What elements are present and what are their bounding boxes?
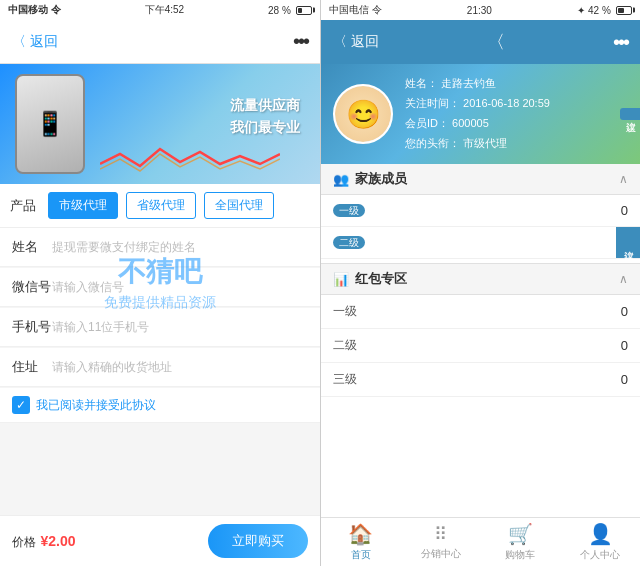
battery-fill-2 bbox=[618, 8, 624, 13]
bottom-bar: 价格 ¥2.00 立即购买 bbox=[0, 515, 320, 566]
redpacket-row-3: 三级 0 bbox=[321, 363, 640, 397]
address-label: 住址 bbox=[12, 358, 52, 376]
redpacket-chevron[interactable]: ∧ bbox=[619, 272, 628, 286]
banner-line1: 流量供应商 bbox=[230, 94, 300, 116]
form-row-address: 住址 bbox=[0, 348, 320, 387]
buy-button[interactable]: 立即购买 bbox=[208, 524, 308, 558]
wechat-label: 微信号 bbox=[12, 278, 52, 296]
family-badge-1: 一级 bbox=[333, 204, 365, 217]
price-value: ¥2.00 bbox=[40, 533, 75, 549]
form-row-wechat: 微信号 bbox=[0, 268, 320, 307]
battery-area-2: ✦ 42% bbox=[577, 5, 632, 16]
phone-label: 手机号 bbox=[12, 318, 52, 336]
back-button-2[interactable]: 〈 返回 bbox=[333, 33, 379, 51]
tab-national[interactable]: 全国代理 bbox=[204, 192, 274, 219]
level-label: 您的头衔： bbox=[405, 137, 460, 149]
banner-text: 流量供应商 我们最专业 bbox=[230, 94, 300, 139]
status-bar-1: 中国移动 令 下午4:52 28% bbox=[0, 0, 320, 20]
tab-cart[interactable]: 🛒 购物车 bbox=[481, 522, 561, 562]
price-label: 价格 bbox=[12, 535, 36, 549]
member-value: 600005 bbox=[452, 117, 489, 129]
nav-bar-1: 〈 返回 ••• bbox=[0, 20, 320, 64]
redpacket-label-2: 二级 bbox=[333, 337, 357, 354]
banner-line2: 我们最专业 bbox=[230, 116, 300, 138]
battery-icon-2 bbox=[616, 6, 632, 15]
agree-checkbox[interactable]: ✓ bbox=[12, 396, 30, 414]
profile-banner: 😊 姓名： 走路去钓鱼 关注时间： 2016-06-18 20:59 会员ID：… bbox=[321, 64, 640, 164]
distribution-icon: ⠿ bbox=[434, 523, 447, 545]
name-label: 姓名 bbox=[12, 238, 52, 256]
family-row-1: 一级 0 bbox=[321, 195, 640, 227]
tab-city[interactable]: 市级代理 bbox=[48, 192, 118, 219]
profile-name-label: 姓名： bbox=[405, 77, 438, 89]
price-area: 价格 ¥2.00 bbox=[12, 532, 76, 551]
tab-profile[interactable]: 👤 个人中心 bbox=[560, 522, 640, 562]
more-button-1[interactable]: ••• bbox=[293, 30, 308, 53]
more-button-2[interactable]: ••• bbox=[613, 31, 628, 54]
family-title: 👥 家族成员 bbox=[333, 170, 407, 188]
avatar: 😊 bbox=[333, 84, 393, 144]
tab-bar: 🏠 首页 ⠿ 分销中心 🛒 购物车 👤 个人中心 bbox=[321, 517, 640, 566]
form-row-name: 姓名 bbox=[0, 228, 320, 267]
redpacket-header: 📊 红包专区 ∧ bbox=[321, 263, 640, 295]
tabs-row: 产品 市级代理 省级代理 全国代理 bbox=[0, 184, 320, 228]
battery-pct-2: 42 bbox=[588, 5, 599, 16]
tab-distribution[interactable]: ⠿ 分销中心 bbox=[401, 523, 481, 561]
home-icon: 🏠 bbox=[348, 522, 373, 546]
time-1: 下午4:52 bbox=[145, 3, 184, 17]
carrier-1: 中国移动 令 bbox=[8, 3, 61, 17]
banner-wave bbox=[100, 144, 280, 174]
wechat-input[interactable] bbox=[52, 280, 308, 294]
family-chevron[interactable]: ∧ bbox=[619, 172, 628, 186]
family-row-2-label: 二级 bbox=[333, 235, 369, 250]
bluetooth-icon: ✦ bbox=[577, 5, 585, 16]
cart-icon: 🛒 bbox=[508, 522, 533, 546]
profile-icon: 👤 bbox=[588, 522, 613, 546]
form-row-phone: 手机号 bbox=[0, 308, 320, 347]
form-area: 姓名 微信号 手机号 住址 ✓ 我已阅读并接受此协议 bbox=[0, 228, 320, 515]
redpacket-row-2: 二级 0 bbox=[321, 329, 640, 363]
banner-phone-art: 📱 bbox=[15, 74, 85, 174]
family-row-1-label: 一级 bbox=[333, 203, 369, 218]
back-button-1[interactable]: 〈 返回 bbox=[12, 33, 58, 51]
register-label: 关注时间： bbox=[405, 97, 460, 109]
profile-register: 关注时间： 2016-06-18 20:59 bbox=[405, 94, 550, 114]
redpacket-val-3: 0 bbox=[621, 372, 628, 387]
redpacket-row-1: 一级 0 bbox=[321, 295, 640, 329]
family-section-header: 👥 家族成员 ∧ bbox=[321, 164, 640, 195]
left-phone: 中国移动 令 下午4:52 28% 〈 返回 ••• 📱 流量供应商 我们最专业 bbox=[0, 0, 320, 566]
battery-area-1: 28% bbox=[268, 5, 312, 16]
battery-fill-1 bbox=[298, 8, 302, 13]
family-row-2: 二级 0 建议 bbox=[321, 227, 640, 259]
profile-level: 您的头衔： 市级代理 bbox=[405, 134, 550, 154]
phone1: 中国移动 令 下午4:52 28% 〈 返回 ••• 📱 流量供应商 我们最专业 bbox=[0, 0, 320, 566]
name-input[interactable] bbox=[52, 240, 308, 254]
level-value: 市级代理 bbox=[463, 137, 507, 149]
family-icon: 👥 bbox=[333, 172, 349, 187]
side-badge: 建议 bbox=[616, 227, 640, 258]
profile-name: 姓名： 走路去钓鱼 bbox=[405, 74, 550, 94]
profile-info: 姓名： 走路去钓鱼 关注时间： 2016-06-18 20:59 会员ID： 6… bbox=[405, 74, 550, 153]
profile-name-value: 走路去钓鱼 bbox=[441, 77, 496, 89]
redpacket-label: 红包专区 bbox=[355, 270, 407, 288]
phone2-content: 😊 姓名： 走路去钓鱼 关注时间： 2016-06-18 20:59 会员ID：… bbox=[321, 64, 640, 566]
carrier-2: 中国电信 令 bbox=[329, 3, 382, 17]
tab-cart-label: 购物车 bbox=[505, 548, 535, 562]
phone2: 中国电信 令 21:30 ✦ 42% 〈 返回 〈 ••• 😊 姓名： bbox=[320, 0, 640, 566]
nav-bar-2: 〈 返回 〈 ••• bbox=[321, 20, 640, 64]
redpacket-val-1: 0 bbox=[621, 304, 628, 319]
redpacket-icon: 📊 bbox=[333, 272, 349, 287]
tab-province[interactable]: 省级代理 bbox=[126, 192, 196, 219]
register-value: 2016-06-18 20:59 bbox=[463, 97, 550, 109]
tab-home[interactable]: 🏠 首页 bbox=[321, 522, 401, 562]
tab-profile-label: 个人中心 bbox=[580, 548, 620, 562]
phone-input[interactable] bbox=[52, 320, 308, 334]
battery-pct-1: 28 bbox=[268, 5, 279, 16]
agree-text: 我已阅读并接受此协议 bbox=[36, 397, 156, 414]
member-label: 会员ID： bbox=[405, 117, 449, 129]
redpacket-title: 📊 红包专区 bbox=[333, 270, 407, 288]
battery-icon-1 bbox=[296, 6, 312, 15]
avatar-art: 😊 bbox=[335, 86, 391, 142]
nav-arrow-2: 〈 bbox=[487, 30, 505, 54]
address-input[interactable] bbox=[52, 360, 308, 374]
